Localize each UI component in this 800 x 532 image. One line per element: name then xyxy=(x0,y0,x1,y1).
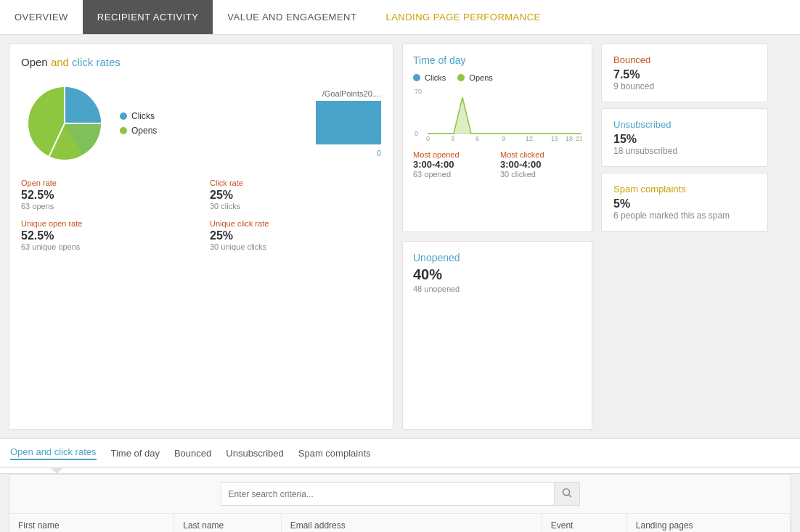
table-header-row: First name Last name Email address Event… xyxy=(9,514,791,532)
opens-dot xyxy=(120,127,127,134)
tab-overview[interactable]: OVERVIEW xyxy=(0,0,83,34)
svg-text:3: 3 xyxy=(451,135,454,141)
svg-text:15: 15 xyxy=(551,135,558,141)
bar-section: /GoalPoints20.... 0 xyxy=(163,89,381,157)
svg-text:0: 0 xyxy=(426,135,430,141)
table-section: First name Last name Email address Event… xyxy=(9,474,791,532)
tab-recipient-activity[interactable]: RECIPIENT ACTIVITY xyxy=(83,0,213,34)
sub-nav-spam-complaints[interactable]: Spam complaints xyxy=(298,448,371,459)
open-click-rates-card: Open and click rates Clicks xyxy=(9,44,393,430)
spam-sub: 6 people marked this as spam xyxy=(613,210,756,221)
data-table: First name Last name Email address Event… xyxy=(9,514,791,532)
tod-legend-clicks: Clicks xyxy=(413,73,446,82)
svg-text:21: 21 xyxy=(576,135,581,141)
unopened-sub: 48 unopened xyxy=(413,285,581,293)
svg-text:70: 70 xyxy=(415,88,422,95)
unique-open-rate-sub: 63 unique opens xyxy=(21,242,192,251)
click-rate-stat: Click rate 25% 30 clicks xyxy=(210,179,381,210)
svg-point-16 xyxy=(563,489,569,496)
unsubscribed-card: Unsubscribed 15% 18 unsubscribed xyxy=(601,108,768,167)
search-bar xyxy=(9,475,791,514)
tod-title: Time of day xyxy=(413,54,581,66)
unique-click-rate-sub: 30 unique clicks xyxy=(210,242,381,251)
unique-click-rate-value: 25% xyxy=(210,229,381,242)
spam-card: Spam complaints 5% 6 people marked this … xyxy=(601,173,768,232)
unopened-card: Unopened 40% 48 unopened xyxy=(402,241,592,430)
tod-bottom: Most opened 3:00-4:00 63 opened Most cli… xyxy=(413,150,581,179)
search-button[interactable] xyxy=(555,482,580,506)
svg-line-17 xyxy=(568,495,571,498)
clicks-dot xyxy=(120,112,127,120)
nav-tabs: OVERVIEW RECIPIENT ACTIVITY VALUE AND EN… xyxy=(0,0,800,35)
most-clicked-label: Most clicked xyxy=(500,150,581,159)
bounced-title: Bounced xyxy=(613,54,756,65)
most-clicked-sub: 30 clicked xyxy=(500,170,581,179)
col-last-name: Last name xyxy=(174,514,281,532)
unopened-title: Unopened xyxy=(413,252,581,263)
col-event: Event xyxy=(542,514,626,532)
most-opened-sub: 63 opened xyxy=(413,170,494,179)
legend-opens: Opens xyxy=(120,126,157,136)
most-clicked: Most clicked 3:00-4:00 30 clicked xyxy=(500,150,581,179)
tod-legend-opens: Opens xyxy=(457,73,492,82)
bounced-pct: 7.5% xyxy=(613,68,756,81)
most-clicked-value: 3:00-4:00 xyxy=(500,159,581,170)
svg-text:0: 0 xyxy=(415,130,418,137)
click-rate-label: Click rate xyxy=(210,179,381,187)
sub-nav-bounced[interactable]: Bounced xyxy=(174,448,211,459)
search-icon xyxy=(562,488,572,498)
click-rate-sub: 30 clicks xyxy=(210,202,381,210)
unique-open-rate-label: Unique open rate xyxy=(21,219,192,228)
col-landing: Landing pages xyxy=(626,514,790,532)
main-content: Open and click rates Clicks xyxy=(0,35,800,438)
bounced-card: Bounced 7.5% 9 bounced xyxy=(601,44,768,102)
svg-marker-7 xyxy=(428,97,581,134)
unsubscribed-sub: 18 unsubscribed xyxy=(613,146,756,156)
unique-click-rate-stat: Unique click rate 25% 30 unique clicks xyxy=(210,219,381,251)
svg-text:12: 12 xyxy=(526,135,533,141)
col-first-name: First name xyxy=(9,514,174,532)
tod-opens-dot xyxy=(457,74,465,81)
open-rate-stat: Open rate 52.5% 63 opens xyxy=(21,179,192,210)
unsubscribed-pct: 15% xyxy=(613,133,756,146)
legend-clicks: Clicks xyxy=(120,111,157,121)
bar-zero: 0 xyxy=(377,149,381,157)
stats-grid: Open rate 52.5% 63 opens Click rate 25% … xyxy=(21,179,381,251)
sub-nav-open-click-rates[interactable]: Open and click rates xyxy=(10,446,97,460)
legend: Clicks Opens xyxy=(120,111,157,136)
open-click-rates-title: Open and click rates xyxy=(21,56,381,68)
tod-legend: Clicks Opens xyxy=(413,73,581,82)
sub-nav-arrow xyxy=(51,468,62,474)
time-of-day-card: Time of day Clicks Opens 70 0 xyxy=(402,44,592,232)
search-input[interactable] xyxy=(221,482,555,506)
sub-nav: Open and click rates Time of day Bounced… xyxy=(0,438,800,468)
sub-nav-time-of-day[interactable]: Time of day xyxy=(111,448,160,459)
bar-chart-rect xyxy=(316,101,381,144)
unopened-value: 40% xyxy=(413,266,581,283)
bar-label: /GoalPoints20.... xyxy=(322,89,381,98)
open-rate-value: 52.5% xyxy=(21,189,192,202)
svg-text:18: 18 xyxy=(566,135,573,141)
svg-text:9: 9 xyxy=(502,135,505,141)
col-email: Email address xyxy=(281,514,542,532)
sub-nav-unsubscribed[interactable]: Unsubscribed xyxy=(226,448,284,459)
tab-value-engagement[interactable]: VALUE AND ENGAGEMENT xyxy=(213,0,371,34)
click-rate-value: 25% xyxy=(210,189,381,202)
unique-click-rate-label: Unique click rate xyxy=(210,219,381,228)
open-rate-label: Open rate xyxy=(21,179,192,187)
most-opened-value: 3:00-4:00 xyxy=(413,159,494,170)
most-opened-label: Most opened xyxy=(413,150,494,159)
spam-title: Spam complaints xyxy=(613,184,756,195)
open-rate-sub: 63 opens xyxy=(21,202,192,210)
unsubscribed-title: Unsubscribed xyxy=(613,119,756,130)
most-opened: Most opened 3:00-4:00 63 opened xyxy=(413,150,494,179)
tod-clicks-dot xyxy=(413,74,420,81)
spam-pct: 5% xyxy=(613,197,756,210)
svg-text:6: 6 xyxy=(475,135,479,141)
unique-open-rate-stat: Unique open rate 52.5% 63 unique opens xyxy=(21,219,192,251)
chart-area: Clicks Opens /GoalPoints20.... 0 xyxy=(21,80,381,167)
bounced-sub: 9 bounced xyxy=(613,81,756,91)
unique-open-rate-value: 52.5% xyxy=(21,229,192,242)
tod-chart-svg: 70 0 0 3 6 9 12 15 18 21 xyxy=(413,86,581,141)
tab-landing-page[interactable]: LANDING PAGE PERFORMANCE xyxy=(371,0,555,34)
